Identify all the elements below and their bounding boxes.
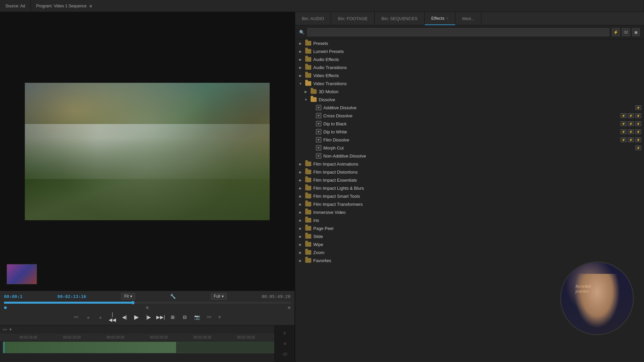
tree-item-film-impact-transformers[interactable]: ▶ Film Impact Transformers <box>295 200 644 208</box>
toggle-video-transitions[interactable]: ▼ <box>298 81 303 86</box>
toggle-film-impact-animations[interactable]: ▶ <box>298 161 303 167</box>
toggle-film-impact-essentials[interactable]: ▶ <box>298 177 303 183</box>
tree-item-iris[interactable]: ▶ Iris <box>295 216 644 224</box>
overwrite-button[interactable]: ⊟ <box>180 312 190 322</box>
grid-icon-btn[interactable]: ▣ <box>632 28 640 36</box>
tree-item-dissolve[interactable]: ▼ Dissolve <box>295 96 644 104</box>
toggle-page-peel[interactable]: ▶ <box>298 226 303 231</box>
tree-item-film-dissolve[interactable]: ▶ ✦ Film Dissolve ⚡ ⚡ ⚡ <box>295 136 644 144</box>
progress-bar[interactable] <box>4 302 290 304</box>
tree-item-film-impact-smart-tools[interactable]: ▶ Film Impact Smart Tools <box>295 192 644 200</box>
toggle-lumetri[interactable]: ▶ <box>298 49 303 54</box>
toggle-slide[interactable]: ▶ <box>298 234 303 239</box>
dtw-icon-3: ⚡ <box>635 129 641 134</box>
effects-menu-icon[interactable]: ≡ <box>446 16 448 20</box>
toggle-dissolve[interactable]: ▼ <box>303 97 309 102</box>
tab-effects[interactable]: Effects ≡ <box>425 12 455 25</box>
dtb-icon-1: ⚡ <box>621 121 627 126</box>
export-frame-button[interactable]: 📷 <box>192 312 202 322</box>
tree-item-audio-effects[interactable]: ▶ Audio Effects <box>295 55 644 63</box>
step-forward-button[interactable]: |▶ <box>144 312 153 322</box>
effect-icon-morph-cut: ✦ <box>316 145 321 150</box>
toggle-film-impact-transformers[interactable]: ▶ <box>298 201 303 207</box>
db-meter: 0 -6 -12 <box>274 325 294 362</box>
fit-dropdown[interactable]: Fit ▾ <box>121 293 135 300</box>
tree-item-film-impact-distortions[interactable]: ▶ Film Impact Distortions <box>295 168 644 176</box>
program-menu-icon[interactable]: ≡ <box>89 3 92 9</box>
toggle-immersive-video[interactable]: ▶ <box>298 209 303 215</box>
toggle-audio-effects[interactable]: ▶ <box>298 57 303 62</box>
search-input[interactable] <box>307 28 609 36</box>
accelerate-icon-btn[interactable]: ⚡ <box>612 28 620 36</box>
insert-button[interactable]: ⊞ <box>168 312 177 322</box>
folder-icon-favorites <box>305 258 311 263</box>
tree-item-immersive-video[interactable]: ▶ Immersive Video <box>295 208 644 216</box>
tab-audio[interactable]: Bin: AUDIO <box>295 12 331 25</box>
fast-forward-button[interactable]: >> <box>204 312 214 322</box>
toggle-wipe[interactable]: ▶ <box>298 242 303 247</box>
tree-item-morph-cut[interactable]: ▶ ✦ Morph Cut ⚡ <box>295 144 644 152</box>
tab-footage-label: Bin: FOOTAGE <box>338 16 368 21</box>
timeline-area: >> + 00:02:14:20 00:02:19:20 00:02:24:20… <box>0 325 294 362</box>
mark-in-button[interactable]: ⬦ <box>84 312 93 322</box>
toggle-3d-motion[interactable]: ▶ <box>303 89 309 94</box>
go-to-in-button[interactable]: |◀◀ <box>108 312 117 322</box>
tree-item-video-transitions[interactable]: ▼ Video Transitions <box>295 79 644 87</box>
label-iris: Iris <box>313 218 641 223</box>
tree-item-film-impact-lights[interactable]: ▶ Film Impact Lights & Blurs <box>295 184 644 192</box>
tree-item-film-impact-essentials[interactable]: ▶ Film Impact Essentials <box>295 176 644 184</box>
fast-backward-button[interactable]: << <box>71 312 81 322</box>
toggle-film-impact-distortions[interactable]: ▶ <box>298 169 303 175</box>
label-film-impact-transformers: Film Impact Transformers <box>313 202 641 207</box>
tree-item-non-additive-dissolve[interactable]: ▶ ✦ Non-Additive Dissolve <box>295 152 644 160</box>
double-arrow-icon[interactable]: >> <box>3 327 7 331</box>
tree-item-video-effects[interactable]: ▶ Video Effects <box>295 71 644 79</box>
go-to-out-button[interactable]: ▶▶| <box>156 312 165 322</box>
tab-sequences[interactable]: Bin: SEQUENCES <box>375 12 425 25</box>
label-morph-cut: Morph Cut <box>323 145 635 150</box>
toggle-zoom[interactable]: ▶ <box>298 250 303 255</box>
clip-fill <box>3 342 176 353</box>
tree-item-dip-to-black[interactable]: ▶ ✦ Dip to Black ⚡ ⚡ ⚡ <box>295 120 644 128</box>
toggle-audio-transitions[interactable]: ▶ <box>298 65 303 70</box>
toggle-iris[interactable]: ▶ <box>298 218 303 223</box>
tree-item-lumetri[interactable]: ▶ Lumetri Presets <box>295 47 644 55</box>
tree-item-presets[interactable]: ▶ Presets <box>295 39 644 47</box>
tree-item-film-impact-animations[interactable]: ▶ Film Impact Animations <box>295 160 644 168</box>
add-button[interactable]: + <box>216 314 223 320</box>
step-back-button[interactable]: ◀| <box>120 312 129 322</box>
tree-item-audio-transitions[interactable]: ▶ Audio Transitions <box>295 63 644 71</box>
overlay-text: Recordedpractice <box>576 284 591 294</box>
folder-icon-audio-transitions <box>305 65 311 70</box>
folder-icon-film-impact-smart-tools <box>305 194 311 198</box>
tree-item-3d-motion[interactable]: ▶ 3D Motion <box>295 87 644 96</box>
mark-out-button[interactable]: ⬦ <box>96 312 105 322</box>
progress-head <box>131 301 135 304</box>
tab-media[interactable]: Med... <box>455 12 481 25</box>
film-dissolve-icons: ⚡ ⚡ ⚡ <box>621 137 641 142</box>
tree-item-slide[interactable]: ▶ Slide <box>295 232 644 240</box>
plus-icon[interactable]: + <box>9 326 12 333</box>
toggle-film-impact-smart-tools[interactable]: ▶ <box>298 193 303 199</box>
cd-icon-1: ⚡ <box>621 113 627 118</box>
folder-icon-3d-motion <box>311 89 317 94</box>
label-film-dissolve: Film Dissolve <box>323 137 621 142</box>
folder-icon-audio-effects <box>305 57 311 62</box>
quality-dropdown[interactable]: Full ▾ <box>211 293 226 300</box>
cross-dissolve-icons: ⚡ ⚡ ⚡ <box>621 113 641 118</box>
tree-item-cross-dissolve[interactable]: ▶ ✦ Cross Dissolve ⚡ ⚡ ⚡ <box>295 112 644 120</box>
tab-footage[interactable]: Bin: FOOTAGE <box>331 12 375 25</box>
tree-item-zoom[interactable]: ▶ Zoom <box>295 248 644 256</box>
effect-icon-dip-to-white: ✦ <box>316 129 321 134</box>
wrench-icon[interactable]: 🔧 <box>170 294 176 299</box>
play-button[interactable]: ▶ <box>132 312 141 322</box>
tree-item-wipe[interactable]: ▶ Wipe <box>295 240 644 248</box>
toggle-film-impact-lights[interactable]: ▶ <box>298 185 303 191</box>
32-icon-btn[interactable]: 32 <box>622 28 630 36</box>
toggle-presets[interactable]: ▶ <box>298 41 303 46</box>
tree-item-additive-dissolve[interactable]: ▶ ✦ Additive Dissolve ⚡ <box>295 104 644 112</box>
tree-item-dip-to-white[interactable]: ▶ ✦ Dip to White ⚡ ⚡ ⚡ <box>295 128 644 136</box>
tree-item-page-peel[interactable]: ▶ Page Peel <box>295 224 644 232</box>
toggle-favorites[interactable]: ▶ <box>298 258 303 263</box>
toggle-video-effects[interactable]: ▶ <box>298 73 303 78</box>
